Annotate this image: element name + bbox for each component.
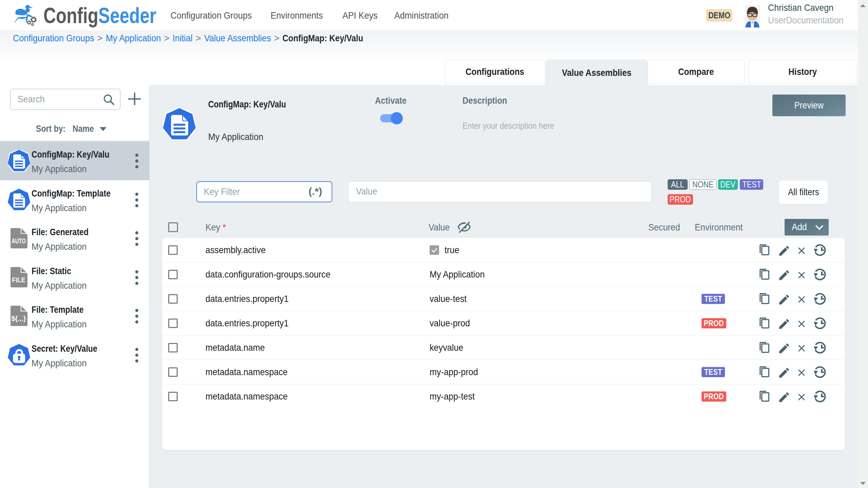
svg-text:FILE: FILE <box>12 276 25 284</box>
svg-text:${...}: ${...} <box>12 315 26 322</box>
svg-text:AUTO: AUTO <box>12 237 26 245</box>
